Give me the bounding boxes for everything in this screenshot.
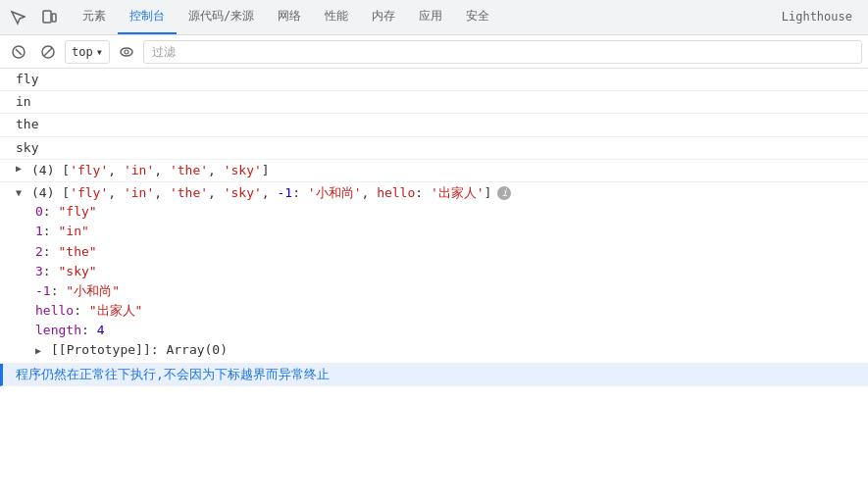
toolbar: top ▾ [0, 35, 868, 69]
tab-elements[interactable]: 元素 [71, 0, 118, 34]
device-icon[interactable] [35, 4, 63, 31]
clear-console-button[interactable] [6, 39, 31, 65]
expanded-item-minus1: -1: "小和尚" [35, 281, 228, 301]
tab-network[interactable]: 网络 [266, 0, 313, 34]
prototype-label: [[Prototype]] [51, 341, 151, 359]
console-row-array-collapsed[interactable]: ▶ (4) ['fly', 'in', 'the', 'sky'] [0, 160, 868, 182]
tab-sources[interactable]: 源代码/来源 [177, 0, 266, 34]
output-text-in: in [16, 93, 31, 111]
ban-icon-button[interactable] [35, 39, 61, 65]
nav-icon-group [4, 4, 63, 31]
array-expanded-text: (4) ['fly', 'in', 'the', 'sky', -1: '小和尚… [31, 184, 491, 202]
console-row-fly: fly [0, 69, 868, 91]
prototype-row[interactable]: ▶ [[Prototype]] : Array(0) [35, 340, 228, 360]
expanded-item-length: length: 4 [35, 321, 228, 340]
tab-security[interactable]: 安全 [454, 0, 501, 34]
prototype-arrow[interactable]: ▶ [35, 344, 47, 358]
svg-rect-1 [52, 14, 56, 22]
expanded-item-1: 1: "in" [35, 222, 228, 241]
tab-console[interactable]: 控制台 [118, 0, 177, 34]
console-row-in: in [0, 91, 868, 114]
prototype-separator: : [151, 341, 167, 359]
chevron-down-icon: ▾ [96, 45, 103, 59]
svg-line-3 [16, 49, 22, 55]
expanded-item-2: 2: "the" [35, 242, 228, 262]
nav-tabs: 元素 控制台 源代码/来源 网络 性能 内存 应用 安全 Lighthouse [71, 0, 864, 34]
info-text: 程序仍然在正常往下执行,不会因为下标越界而异常终止 [16, 366, 330, 383]
output-text-sky: sky [16, 139, 38, 157]
svg-point-7 [125, 50, 128, 54]
top-nav: 元素 控制台 源代码/来源 网络 性能 内存 应用 安全 Lighthouse [0, 0, 868, 35]
console-output: fly in the sky ▶ (4) ['fly', 'in', 'the'… [0, 69, 868, 503]
svg-line-5 [44, 48, 52, 56]
array-collapsed-text: (4) ['fly', 'in', 'the', 'sky'] [31, 162, 270, 179]
expand-arrow-collapsed[interactable]: ▶ [16, 162, 27, 176]
console-row-array-expanded[interactable]: ▼ (4) ['fly', 'in', 'the', 'sky', -1: '小… [0, 182, 868, 364]
context-selector[interactable]: top ▾ [65, 40, 110, 64]
tab-performance[interactable]: 性能 [313, 0, 360, 34]
array-header[interactable]: ▼ (4) ['fly', 'in', 'the', 'sky', -1: '小… [16, 184, 511, 202]
info-badge[interactable]: i [497, 186, 511, 200]
expanded-item-0: 0: "fly" [35, 202, 228, 222]
expanded-body: 0: "fly" 1: "in" 2: "the" 3: "sky" -1: "… [35, 202, 228, 361]
console-row-info: 程序仍然在正常往下执行,不会因为下标越界而异常终止 [0, 364, 868, 386]
inspect-icon[interactable] [4, 4, 31, 31]
prototype-value: Array(0) [166, 341, 228, 359]
console-row-sky: sky [0, 137, 868, 160]
output-text-the: the [16, 116, 38, 133]
tab-lighthouse[interactable]: Lighthouse [770, 0, 864, 34]
eye-button[interactable] [114, 39, 139, 65]
filter-input[interactable] [143, 40, 862, 64]
tab-memory[interactable]: 内存 [360, 0, 407, 34]
svg-rect-0 [43, 11, 51, 23]
context-label: top [72, 45, 93, 59]
console-row-the: the [0, 114, 868, 136]
expanded-item-hello: hello: "出家人" [35, 301, 228, 321]
output-text-fly: fly [16, 71, 38, 88]
expand-arrow-expanded[interactable]: ▼ [16, 186, 27, 200]
tab-application[interactable]: 应用 [407, 0, 454, 34]
svg-point-6 [121, 48, 132, 56]
expanded-item-3: 3: "sky" [35, 262, 228, 281]
